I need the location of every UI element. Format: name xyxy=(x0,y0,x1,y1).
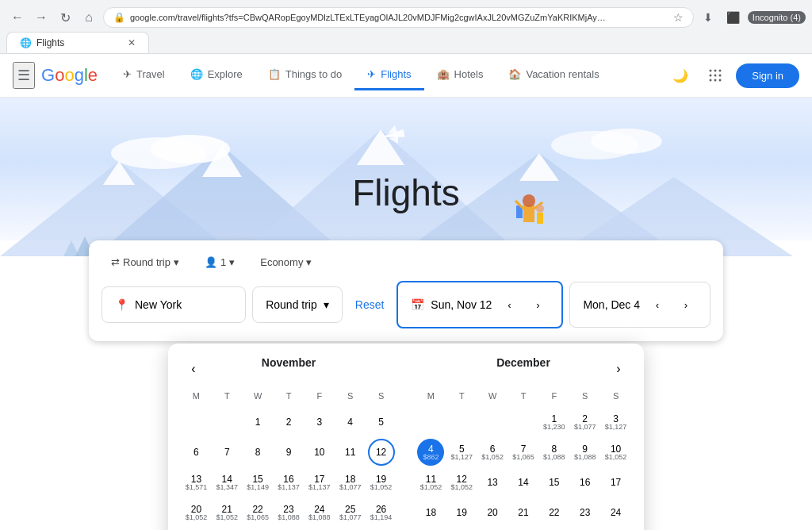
google-logo: ☰ Google xyxy=(13,62,98,89)
tab-close-icon[interactable]: ✕ xyxy=(128,37,136,48)
cal-cell[interactable]: 24 xyxy=(600,497,631,528)
cal-cell[interactable]: 4 xyxy=(335,407,366,437)
nav-tab-things-to-do[interactable]: 📋 Things to do xyxy=(255,60,355,90)
address-bar[interactable]: 🔒 google.com/travel/flights?tfs=CBwQARop… xyxy=(103,7,694,28)
cal-cell[interactable]: 6 xyxy=(181,437,212,467)
cal-cell[interactable]: 15 xyxy=(538,467,569,497)
trip-type-button[interactable]: ⇄ Round trip ▾ xyxy=(102,253,189,271)
cal-cell[interactable]: 3$1,127 xyxy=(600,407,631,437)
origin-value: New York xyxy=(135,298,182,311)
cal-cell[interactable]: 21 xyxy=(508,497,539,528)
refresh-button[interactable]: ↻ xyxy=(54,6,76,29)
cal-cell[interactable]: 1$1,230 xyxy=(538,407,569,437)
cal-cell[interactable]: 18 xyxy=(416,497,446,528)
nav-tab-vacation-rentals[interactable]: 🏠 Vacation rentals xyxy=(496,60,611,90)
december-header: M T W T F S S xyxy=(416,388,631,404)
browser-chrome: ← → ↻ ⌂ 🔒 google.com/travel/flights?tfs=… xyxy=(0,0,812,54)
bookmark-icon[interactable]: ☆ xyxy=(673,11,684,24)
cal-cell[interactable]: 2$1,077 xyxy=(569,407,600,437)
cal-cell[interactable]: 16 xyxy=(569,467,600,497)
cal-cell[interactable]: 5$1,127 xyxy=(446,437,477,467)
passengers-chevron: ▾ xyxy=(229,256,235,268)
trip-type-dropdown[interactable]: Round trip ▾ xyxy=(252,286,343,323)
departure-date-field[interactable]: 📅 Sun, Nov 12 ‹ › xyxy=(396,281,563,328)
cal-cell[interactable]: 14 xyxy=(508,467,539,497)
cal-cell[interactable]: 5 xyxy=(366,407,396,437)
nav-tab-explore[interactable]: 🌐 Explore xyxy=(178,60,255,90)
cal-cell[interactable]: 16$1,137 xyxy=(274,467,304,497)
cal-cell[interactable]: 6$1,052 xyxy=(477,437,508,467)
cal-cell[interactable]: 23$1,088 xyxy=(274,497,304,528)
nav-tab-travel[interactable]: ✈ Travel xyxy=(110,60,178,90)
cal-cell[interactable]: 11$1,052 xyxy=(416,467,446,497)
cal-cell[interactable]: 8 xyxy=(243,437,274,467)
passengers-button[interactable]: 👤 1 ▾ xyxy=(195,253,244,271)
cal-cell[interactable]: 4$862 xyxy=(416,437,446,467)
next-return-date-button[interactable]: › xyxy=(675,294,697,316)
cal-cell[interactable]: 19$1,052 xyxy=(366,467,396,497)
cal-cell[interactable]: 2 xyxy=(274,407,304,437)
december-body: 1$1,2302$1,0773$1,1274$8625$1,1276$1,052… xyxy=(416,407,631,530)
november-prev-button[interactable]: ‹ xyxy=(181,356,206,382)
cal-cell[interactable]: 12 xyxy=(366,437,396,467)
screenshot-button[interactable]: ⬛ xyxy=(722,6,745,29)
cal-cell[interactable]: 12$1,052 xyxy=(446,467,477,497)
cal-cell[interactable]: 18$1,077 xyxy=(335,467,366,497)
cal-cell[interactable]: 10$1,052 xyxy=(600,437,631,467)
december-next-button[interactable]: › xyxy=(606,356,631,382)
download-button[interactable]: ⬇ xyxy=(697,6,719,29)
forward-button[interactable]: → xyxy=(30,6,52,29)
cal-cell[interactable]: 14$1,347 xyxy=(212,467,243,497)
svg-rect-27 xyxy=(523,205,534,222)
origin-field[interactable]: 📍 New York xyxy=(102,286,246,323)
calendar-icon: 📅 xyxy=(411,298,424,311)
home-button[interactable]: ⌂ xyxy=(78,6,100,29)
next-date-button[interactable]: › xyxy=(527,294,549,316)
nav-tab-flights[interactable]: ✈ Flights xyxy=(354,60,423,90)
cal-cell[interactable]: 17$1,137 xyxy=(304,467,335,497)
tab-title: Flights xyxy=(36,37,64,48)
return-date-field[interactable]: Mon, Dec 4 ‹ › xyxy=(569,282,710,328)
active-tab[interactable]: 🌐 Flights ✕ xyxy=(6,32,149,53)
cal-cell[interactable]: 22$1,065 xyxy=(243,497,274,528)
cal-cell[interactable]: 13 xyxy=(477,467,508,497)
explore-icon: 🌐 xyxy=(190,68,203,80)
sign-in-button[interactable]: Sign in xyxy=(736,63,799,88)
search-section: ⇄ Round trip ▾ 👤 1 ▾ Economy ▾ 📍 xyxy=(0,240,812,341)
cal-cell[interactable]: 9$1,088 xyxy=(569,437,600,467)
departure-date-label: Sun, Nov 12 xyxy=(431,298,492,311)
reset-button[interactable]: Reset xyxy=(349,298,391,311)
cal-cell[interactable]: 24$1,088 xyxy=(304,497,335,528)
prev-date-button[interactable]: ‹ xyxy=(498,294,520,316)
nav-tab-hotels[interactable]: 🏨 Hotels xyxy=(424,60,496,90)
cal-cell[interactable]: 25$1,077 xyxy=(335,497,366,528)
cal-cell[interactable]: 10 xyxy=(304,437,335,467)
cabin-class-button[interactable]: Economy ▾ xyxy=(251,253,321,271)
cal-cell[interactable]: 21$1,052 xyxy=(212,497,243,528)
cal-cell[interactable]: 9 xyxy=(274,437,304,467)
cal-cell[interactable]: 15$1,149 xyxy=(243,467,274,497)
cal-cell[interactable]: 20 xyxy=(477,497,508,528)
dark-mode-button[interactable]: 🌙 xyxy=(666,61,695,90)
cal-cell[interactable]: 3 xyxy=(304,407,335,437)
cal-cell[interactable]: 8$1,088 xyxy=(538,437,569,467)
url-text: google.com/travel/flights?tfs=CBwQARopEg… xyxy=(130,13,606,22)
cal-cell[interactable]: 13$1,571 xyxy=(181,467,212,497)
cal-cell[interactable]: 11 xyxy=(335,437,366,467)
svg-point-33 xyxy=(536,205,544,213)
google-apps-button[interactable] xyxy=(701,61,730,90)
prev-return-date-button[interactable]: ‹ xyxy=(646,294,668,316)
hamburger-menu-button[interactable]: ☰ xyxy=(13,62,35,89)
cal-cell[interactable]: 7 xyxy=(212,437,243,467)
location-icon: 📍 xyxy=(115,298,128,311)
cal-cell[interactable]: 19 xyxy=(446,497,477,528)
cal-cell[interactable]: 26$1,194 xyxy=(366,497,396,528)
cal-cell[interactable]: 23 xyxy=(569,497,600,528)
back-button[interactable]: ← xyxy=(6,6,29,29)
cal-cell[interactable]: 7$1,065 xyxy=(508,437,539,467)
cal-cell[interactable]: 20$1,052 xyxy=(181,497,212,528)
cal-cell[interactable]: 17 xyxy=(600,467,631,497)
cal-cell[interactable]: 22 xyxy=(538,497,569,528)
december-title: December xyxy=(496,356,550,372)
cal-cell[interactable]: 1 xyxy=(243,407,274,437)
